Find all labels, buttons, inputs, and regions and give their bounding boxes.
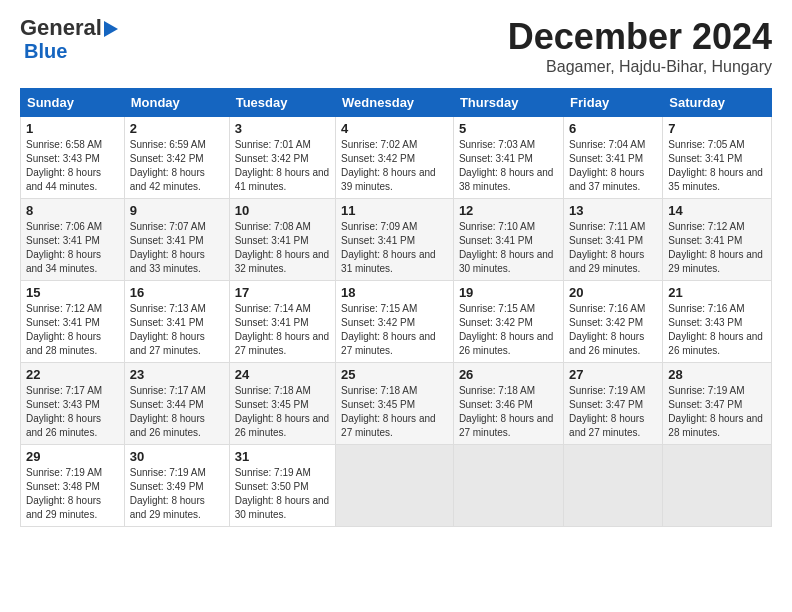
- calendar-day-cell: 15 Sunrise: 7:12 AMSunset: 3:41 PMDaylig…: [21, 281, 125, 363]
- calendar-day-cell: 5 Sunrise: 7:03 AMSunset: 3:41 PMDayligh…: [453, 117, 563, 199]
- logo: General Blue: [20, 16, 118, 62]
- day-info: Sunrise: 6:58 AMSunset: 3:43 PMDaylight:…: [26, 139, 102, 192]
- day-number: 26: [459, 367, 558, 382]
- calendar-day-cell: 12 Sunrise: 7:10 AMSunset: 3:41 PMDaylig…: [453, 199, 563, 281]
- day-info: Sunrise: 7:19 AMSunset: 3:47 PMDaylight:…: [569, 385, 645, 438]
- calendar-day-cell: 4 Sunrise: 7:02 AMSunset: 3:42 PMDayligh…: [336, 117, 454, 199]
- calendar-day-cell: 19 Sunrise: 7:15 AMSunset: 3:42 PMDaylig…: [453, 281, 563, 363]
- weekday-header: Monday: [124, 89, 229, 117]
- day-number: 16: [130, 285, 224, 300]
- day-number: 18: [341, 285, 448, 300]
- day-number: 31: [235, 449, 330, 464]
- calendar-subtitle: Bagamer, Hajdu-Bihar, Hungary: [508, 58, 772, 76]
- day-info: Sunrise: 7:02 AMSunset: 3:42 PMDaylight:…: [341, 139, 436, 192]
- day-info: Sunrise: 7:18 AMSunset: 3:46 PMDaylight:…: [459, 385, 554, 438]
- calendar-day-cell: 8 Sunrise: 7:06 AMSunset: 3:41 PMDayligh…: [21, 199, 125, 281]
- day-info: Sunrise: 7:13 AMSunset: 3:41 PMDaylight:…: [130, 303, 206, 356]
- day-number: 17: [235, 285, 330, 300]
- logo-text: General: [20, 16, 118, 40]
- day-info: Sunrise: 7:01 AMSunset: 3:42 PMDaylight:…: [235, 139, 330, 192]
- calendar-day-cell: 13 Sunrise: 7:11 AMSunset: 3:41 PMDaylig…: [564, 199, 663, 281]
- calendar-week-row: 1 Sunrise: 6:58 AMSunset: 3:43 PMDayligh…: [21, 117, 772, 199]
- day-number: 9: [130, 203, 224, 218]
- calendar-day-cell: 29 Sunrise: 7:19 AMSunset: 3:48 PMDaylig…: [21, 445, 125, 527]
- calendar-day-cell: 17 Sunrise: 7:14 AMSunset: 3:41 PMDaylig…: [229, 281, 335, 363]
- day-info: Sunrise: 7:12 AMSunset: 3:41 PMDaylight:…: [26, 303, 102, 356]
- day-number: 7: [668, 121, 766, 136]
- day-info: Sunrise: 7:17 AMSunset: 3:44 PMDaylight:…: [130, 385, 206, 438]
- weekday-header: Saturday: [663, 89, 772, 117]
- calendar-day-cell: 16 Sunrise: 7:13 AMSunset: 3:41 PMDaylig…: [124, 281, 229, 363]
- calendar-week-row: 15 Sunrise: 7:12 AMSunset: 3:41 PMDaylig…: [21, 281, 772, 363]
- day-number: 6: [569, 121, 657, 136]
- day-info: Sunrise: 7:04 AMSunset: 3:41 PMDaylight:…: [569, 139, 645, 192]
- day-number: 3: [235, 121, 330, 136]
- calendar-week-row: 8 Sunrise: 7:06 AMSunset: 3:41 PMDayligh…: [21, 199, 772, 281]
- calendar-week-row: 22 Sunrise: 7:17 AMSunset: 3:43 PMDaylig…: [21, 363, 772, 445]
- day-number: 12: [459, 203, 558, 218]
- calendar-day-cell: 1 Sunrise: 6:58 AMSunset: 3:43 PMDayligh…: [21, 117, 125, 199]
- calendar-day-cell: [453, 445, 563, 527]
- calendar-day-cell: 20 Sunrise: 7:16 AMSunset: 3:42 PMDaylig…: [564, 281, 663, 363]
- calendar-day-cell: [336, 445, 454, 527]
- day-info: Sunrise: 7:11 AMSunset: 3:41 PMDaylight:…: [569, 221, 645, 274]
- weekday-header: Tuesday: [229, 89, 335, 117]
- title-block: December 2024 Bagamer, Hajdu-Bihar, Hung…: [508, 16, 772, 76]
- day-info: Sunrise: 7:09 AMSunset: 3:41 PMDaylight:…: [341, 221, 436, 274]
- day-number: 28: [668, 367, 766, 382]
- day-number: 22: [26, 367, 119, 382]
- weekday-header: Thursday: [453, 89, 563, 117]
- calendar-day-cell: [564, 445, 663, 527]
- weekday-header: Friday: [564, 89, 663, 117]
- calendar-week-row: 29 Sunrise: 7:19 AMSunset: 3:48 PMDaylig…: [21, 445, 772, 527]
- calendar-day-cell: 27 Sunrise: 7:19 AMSunset: 3:47 PMDaylig…: [564, 363, 663, 445]
- day-number: 25: [341, 367, 448, 382]
- day-info: Sunrise: 7:12 AMSunset: 3:41 PMDaylight:…: [668, 221, 763, 274]
- day-number: 27: [569, 367, 657, 382]
- day-info: Sunrise: 7:16 AMSunset: 3:42 PMDaylight:…: [569, 303, 645, 356]
- day-number: 2: [130, 121, 224, 136]
- calendar-day-cell: 24 Sunrise: 7:18 AMSunset: 3:45 PMDaylig…: [229, 363, 335, 445]
- day-info: Sunrise: 7:19 AMSunset: 3:48 PMDaylight:…: [26, 467, 102, 520]
- day-info: Sunrise: 7:19 AMSunset: 3:47 PMDaylight:…: [668, 385, 763, 438]
- day-number: 19: [459, 285, 558, 300]
- calendar-day-cell: 11 Sunrise: 7:09 AMSunset: 3:41 PMDaylig…: [336, 199, 454, 281]
- calendar-day-cell: 28 Sunrise: 7:19 AMSunset: 3:47 PMDaylig…: [663, 363, 772, 445]
- day-number: 20: [569, 285, 657, 300]
- day-info: Sunrise: 7:05 AMSunset: 3:41 PMDaylight:…: [668, 139, 763, 192]
- calendar-day-cell: 18 Sunrise: 7:15 AMSunset: 3:42 PMDaylig…: [336, 281, 454, 363]
- calendar-day-cell: 23 Sunrise: 7:17 AMSunset: 3:44 PMDaylig…: [124, 363, 229, 445]
- day-info: Sunrise: 7:10 AMSunset: 3:41 PMDaylight:…: [459, 221, 554, 274]
- calendar-day-cell: 25 Sunrise: 7:18 AMSunset: 3:45 PMDaylig…: [336, 363, 454, 445]
- calendar-table: SundayMondayTuesdayWednesdayThursdayFrid…: [20, 88, 772, 527]
- day-info: Sunrise: 7:18 AMSunset: 3:45 PMDaylight:…: [341, 385, 436, 438]
- calendar-day-cell: 14 Sunrise: 7:12 AMSunset: 3:41 PMDaylig…: [663, 199, 772, 281]
- day-info: Sunrise: 6:59 AMSunset: 3:42 PMDaylight:…: [130, 139, 206, 192]
- calendar-day-cell: 7 Sunrise: 7:05 AMSunset: 3:41 PMDayligh…: [663, 117, 772, 199]
- logo-blue-text: Blue: [24, 40, 67, 62]
- day-number: 30: [130, 449, 224, 464]
- weekday-header: Sunday: [21, 89, 125, 117]
- calendar-header: SundayMondayTuesdayWednesdayThursdayFrid…: [21, 89, 772, 117]
- day-number: 1: [26, 121, 119, 136]
- calendar-day-cell: 2 Sunrise: 6:59 AMSunset: 3:42 PMDayligh…: [124, 117, 229, 199]
- day-info: Sunrise: 7:19 AMSunset: 3:50 PMDaylight:…: [235, 467, 330, 520]
- day-info: Sunrise: 7:03 AMSunset: 3:41 PMDaylight:…: [459, 139, 554, 192]
- day-info: Sunrise: 7:07 AMSunset: 3:41 PMDaylight:…: [130, 221, 206, 274]
- day-info: Sunrise: 7:14 AMSunset: 3:41 PMDaylight:…: [235, 303, 330, 356]
- calendar-day-cell: 3 Sunrise: 7:01 AMSunset: 3:42 PMDayligh…: [229, 117, 335, 199]
- day-info: Sunrise: 7:18 AMSunset: 3:45 PMDaylight:…: [235, 385, 330, 438]
- day-number: 24: [235, 367, 330, 382]
- day-number: 13: [569, 203, 657, 218]
- calendar-day-cell: [663, 445, 772, 527]
- day-number: 8: [26, 203, 119, 218]
- day-number: 5: [459, 121, 558, 136]
- weekday-header: Wednesday: [336, 89, 454, 117]
- day-number: 23: [130, 367, 224, 382]
- day-info: Sunrise: 7:15 AMSunset: 3:42 PMDaylight:…: [459, 303, 554, 356]
- calendar-day-cell: 31 Sunrise: 7:19 AMSunset: 3:50 PMDaylig…: [229, 445, 335, 527]
- calendar-title: December 2024: [508, 16, 772, 58]
- day-number: 14: [668, 203, 766, 218]
- day-number: 15: [26, 285, 119, 300]
- day-info: Sunrise: 7:06 AMSunset: 3:41 PMDaylight:…: [26, 221, 102, 274]
